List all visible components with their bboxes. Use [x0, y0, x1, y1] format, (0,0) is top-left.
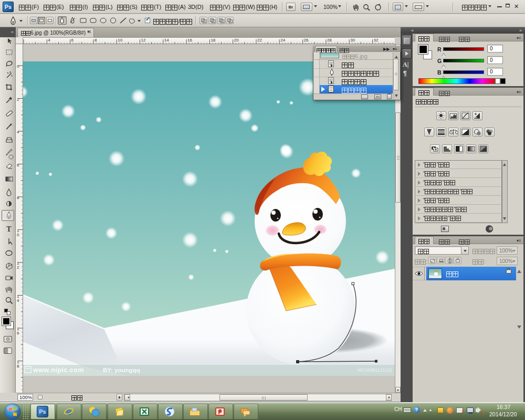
svg-text:30: 30	[350, 38, 355, 43]
svg-text:20: 20	[234, 38, 239, 43]
svg-text:NO:20091121132: NO:20091121132	[358, 368, 392, 373]
svg-text:0: 0	[17, 64, 19, 69]
svg-text:14: 14	[164, 38, 169, 43]
svg-text:28: 28	[327, 38, 332, 43]
svg-text:8: 8	[94, 38, 97, 43]
svg-text:10: 10	[118, 38, 122, 43]
svg-text:18: 18	[211, 38, 215, 43]
svg-text:32: 32	[374, 38, 379, 43]
svg-text:4: 4	[17, 130, 19, 134]
svg-text:0: 0	[17, 233, 19, 237]
svg-text:8: 8	[17, 195, 19, 200]
svg-text:22: 22	[257, 38, 262, 43]
svg-text:2: 2	[17, 265, 19, 270]
svg-text:26: 26	[304, 38, 309, 43]
svg-text:2: 2	[17, 97, 19, 102]
svg-text:4: 4	[48, 38, 50, 43]
svg-text:24: 24	[280, 38, 285, 43]
svg-text:16: 16	[187, 38, 192, 43]
svg-text:www.nipic.com: www.nipic.com	[33, 366, 84, 374]
svg-text:12: 12	[141, 38, 146, 43]
svg-text:BY: youngqq: BY: youngqq	[103, 367, 140, 373]
svg-text:6: 6	[17, 331, 19, 335]
svg-text:6: 6	[71, 38, 74, 43]
svg-text:e: e	[66, 406, 72, 417]
svg-text:T: T	[6, 225, 12, 233]
svg-text:4: 4	[17, 298, 19, 303]
svg-text:6: 6	[17, 163, 19, 167]
svg-text:8: 8	[17, 364, 19, 369]
